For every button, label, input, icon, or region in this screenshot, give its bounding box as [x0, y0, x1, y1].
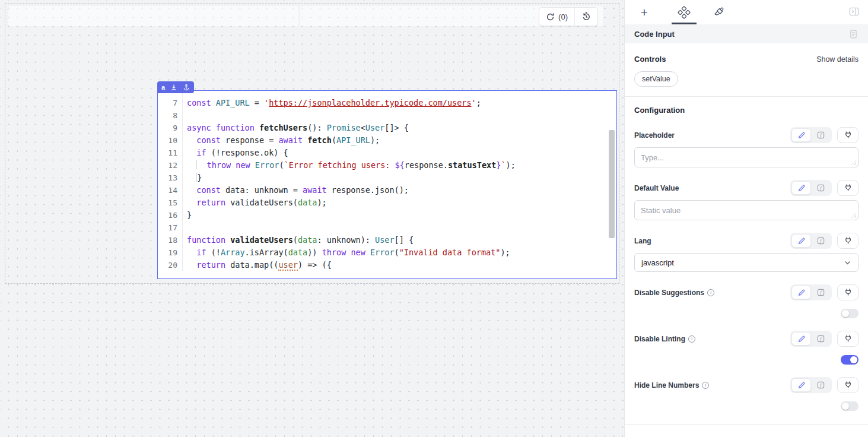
info-icon: i: [688, 335, 695, 343]
bind-data-button[interactable]: [837, 233, 859, 249]
function-icon: f: [816, 236, 825, 245]
field-label-row: Default Valuef: [634, 180, 859, 196]
controls-section-title: Controls: [634, 55, 666, 64]
refresh-icon: [546, 12, 555, 21]
line-number: 16: [158, 209, 183, 221]
mode-segmented-control: f: [790, 127, 832, 143]
resize-handle[interactable]: [851, 213, 856, 218]
tab-component-properties[interactable]: [670, 1, 698, 24]
components-icon: [678, 6, 691, 19]
line-number: 19: [158, 246, 183, 259]
bind-data-button[interactable]: [837, 284, 859, 300]
lang-select[interactable]: javascript: [634, 253, 859, 272]
code-line[interactable]: 18function validateUsers(data: unknown):…: [158, 234, 616, 246]
code-line[interactable]: 8: [158, 109, 616, 122]
collapse-panel-icon[interactable]: [848, 6, 860, 17]
bind-data-button[interactable]: [837, 180, 859, 196]
code-line[interactable]: 17: [158, 221, 616, 234]
code-text: return data.map((user) => ({: [183, 259, 332, 271]
code-text: return validateUsers(data);: [183, 197, 327, 209]
function-mode-button[interactable]: f: [811, 181, 831, 195]
static-mode-button[interactable]: [791, 234, 811, 248]
code-line[interactable]: 13 }: [158, 172, 616, 184]
static-mode-button[interactable]: [791, 181, 811, 195]
bind-data-button[interactable]: [837, 127, 859, 143]
component-header: Code Input: [625, 24, 868, 43]
static-mode-button[interactable]: [791, 128, 811, 142]
mode-segmented-control: f: [790, 233, 832, 249]
plug-icon: [844, 236, 853, 245]
history-button[interactable]: [574, 8, 597, 26]
field-label: Lang: [634, 237, 651, 245]
mode-segmented-control: f: [790, 180, 832, 196]
history-icon: [581, 12, 591, 21]
move-down-icon[interactable]: [170, 84, 177, 91]
function-mode-button[interactable]: f: [811, 286, 831, 299]
code-line[interactable]: 15 return validateUsers(data);: [158, 197, 616, 209]
code-line[interactable]: 11 if (!response.ok) {: [158, 147, 616, 159]
refresh-queries-button[interactable]: (0): [539, 8, 574, 26]
line-number: 7: [158, 97, 183, 109]
code-line[interactable]: 20 return data.map((user) => ({: [158, 259, 616, 271]
mode-segmented-control: f: [790, 284, 832, 300]
resize-handle[interactable]: [851, 160, 856, 165]
plug-icon: [844, 288, 853, 297]
line-number: 17: [158, 221, 183, 234]
disable-linting-toggle[interactable]: [841, 355, 859, 365]
code-editor-content[interactable]: 67const API_URL = 'https://jsonplacehold…: [158, 90, 616, 271]
code-line[interactable]: 10 const response = await fetch(API_URL)…: [158, 134, 616, 147]
static-mode-button[interactable]: [791, 378, 811, 392]
disable-suggestions-toggle[interactable]: [841, 309, 859, 318]
show-details-link[interactable]: Show details: [816, 55, 859, 64]
svg-text:f: f: [820, 382, 822, 388]
anchor-icon[interactable]: [183, 84, 190, 91]
code-line[interactable]: 19 if (!Array.isArray(data)) throw new E…: [158, 246, 616, 259]
code-line[interactable]: 9async function fetchUsers(): Promise<Us…: [158, 122, 616, 134]
line-number: 15: [158, 197, 183, 209]
control-chip-setValue[interactable]: setValue: [634, 71, 678, 87]
mode-segmented-control: f: [790, 377, 832, 393]
mode-segmented-control: f: [790, 331, 832, 347]
pencil-icon: [797, 335, 806, 343]
divider: [625, 96, 868, 97]
editor-scrollbar[interactable]: [609, 130, 615, 238]
docs-icon[interactable]: [848, 29, 859, 39]
hide-line-numbers-toggle[interactable]: [841, 401, 859, 411]
svg-text:f: f: [820, 238, 822, 243]
binding-mode-cluster: f: [790, 233, 859, 249]
default-value-input[interactable]: Static value: [634, 200, 859, 220]
function-mode-button[interactable]: f: [811, 234, 831, 248]
code-line[interactable]: 14 const data: unknown = await response.…: [158, 184, 616, 197]
widget-tag-label: a: [161, 84, 165, 91]
function-icon: f: [816, 288, 825, 297]
code-text: async function fetchUsers(): Promise<Use…: [183, 122, 409, 134]
plug-icon: [844, 334, 853, 343]
toggle-row: [634, 309, 859, 318]
function-mode-button[interactable]: f: [811, 332, 831, 346]
code-line[interactable]: 16}: [158, 209, 616, 221]
paintbrush-icon: [713, 6, 725, 18]
refresh-count: (0): [558, 12, 568, 21]
static-mode-button[interactable]: [791, 332, 811, 346]
info-icon: i: [702, 382, 709, 389]
svg-text:f: f: [820, 289, 822, 295]
code-input-widget[interactable]: 67const API_URL = 'https://jsonplacehold…: [157, 90, 617, 279]
code-line[interactable]: 7const API_URL = 'https://jsonplaceholde…: [158, 97, 616, 109]
field-label-row: Placeholderf: [634, 127, 859, 143]
component-title: Code Input: [634, 30, 675, 39]
select-value: javascript: [641, 258, 674, 267]
bind-data-button[interactable]: [837, 377, 859, 393]
tab-style[interactable]: [704, 1, 733, 24]
widget-tag[interactable]: a: [157, 81, 194, 93]
function-mode-button[interactable]: f: [811, 378, 831, 392]
bind-data-button[interactable]: [837, 331, 859, 347]
line-number: 20: [158, 259, 183, 271]
code-line[interactable]: 6: [158, 90, 616, 97]
function-mode-button[interactable]: f: [811, 128, 831, 142]
code-line[interactable]: 12 throw new Error(`Error fetching users…: [158, 159, 616, 172]
static-mode-button[interactable]: [791, 286, 811, 299]
app-canvas[interactable]: (0) a 67const API_URL = 'https://jsonpla…: [0, 0, 624, 437]
tab-add-component[interactable]: +: [630, 1, 659, 24]
code-text: if (!Array.isArray(data)) throw new Erro…: [183, 246, 510, 259]
placeholder-input[interactable]: Type...: [634, 147, 859, 167]
